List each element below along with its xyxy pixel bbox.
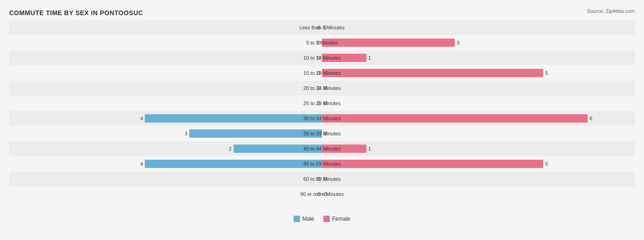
value-male: 0 [317,70,320,76]
table-row: 035 to 9 Minutes [9,35,635,50]
value-female: 0 [324,131,327,136]
table-row: 0020 to 24 Minutes [9,81,635,95]
chart-container: COMMUTE TIME BY SEX IN PONTOOSUC Source:… [0,0,644,240]
table-row: 3035 to 39 Minutes [9,126,635,141]
chart-title: COMMUTE TIME BY SEX IN PONTOOSUC [9,9,635,17]
legend-male: Male [294,216,314,222]
table-row: 0060 to 89 Minutes [9,172,635,186]
legend: Male Female [9,216,635,222]
legend-female-label: Female [332,216,350,222]
bar-female [322,145,366,153]
bar-female [322,39,455,47]
bar-male [145,114,322,123]
value-female: 1 [368,55,371,61]
legend-female-box [323,216,330,222]
value-male: 0 [317,176,320,182]
value-male: 4 [140,161,143,167]
value-male: 0 [317,85,320,91]
bar-male [234,145,322,153]
bar-female [322,114,588,123]
value-male: 0 [317,100,320,106]
value-female: 0 [324,85,327,91]
bar-female [322,69,543,77]
table-row: 0090 or more Minutes [9,187,635,201]
value-male: 0 [317,55,320,61]
bar-male [189,129,322,138]
value-male: 2 [229,146,232,151]
legend-female: Female [323,216,350,222]
value-female: 0 [324,176,327,182]
table-row: 0110 to 14 Minutes [9,50,635,65]
value-female: 1 [368,146,371,151]
legend-male-label: Male [302,216,314,222]
value-female: 5 [545,70,548,76]
table-row: 4545 to 59 Minutes [9,156,635,171]
value-male: 0 [317,191,320,197]
chart-area: 00Less than 5 Minutes035 to 9 Minutes011… [9,20,635,213]
table-row: 2140 to 44 Minutes [9,141,635,156]
bar-female [322,160,543,168]
bar-male [145,160,322,168]
value-female: 0 [324,100,327,106]
value-female: 3 [457,40,459,45]
table-row: 0025 to 29 Minutes [9,96,635,111]
legend-male-box [294,216,300,222]
value-female: 5 [545,161,548,167]
value-female: 0 [324,191,327,197]
table-row: 00Less than 5 Minutes [9,20,635,35]
bar-female [322,54,366,62]
value-male: 4 [140,116,143,121]
value-female: 0 [324,25,327,30]
value-male: 3 [185,131,187,136]
value-female: 6 [589,116,592,121]
table-row: 4630 to 34 Minutes [9,111,635,126]
value-male: 0 [317,25,320,30]
value-male: 0 [317,40,320,45]
source-label: Source: ZipAtlas.com [587,8,635,14]
table-row: 0515 to 19 Minutes [9,66,635,80]
